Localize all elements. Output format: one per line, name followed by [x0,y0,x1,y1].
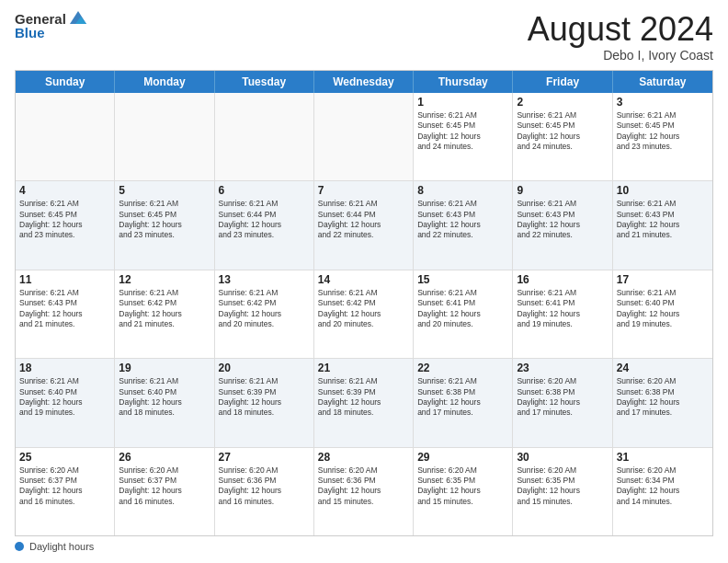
calendar-cell: 30Sunrise: 6:20 AM Sunset: 6:35 PM Dayli… [513,448,612,535]
day-number: 27 [219,451,310,464]
calendar-cell: 12Sunrise: 6:21 AM Sunset: 6:42 PM Dayli… [115,270,214,358]
header: General Blue August 2024 Debo I, Ivory C… [15,11,713,63]
calendar-cell: 27Sunrise: 6:20 AM Sunset: 6:36 PM Dayli… [215,448,314,535]
day-info: Sunrise: 6:21 AM Sunset: 6:40 PM Dayligh… [19,376,110,419]
calendar-cell: 5Sunrise: 6:21 AM Sunset: 6:45 PM Daylig… [115,181,214,269]
day-info: Sunrise: 6:21 AM Sunset: 6:43 PM Dayligh… [417,199,508,241]
day-number: 14 [318,273,409,286]
day-number: 30 [517,451,608,464]
calendar-cell: 9Sunrise: 6:21 AM Sunset: 6:43 PM Daylig… [513,181,612,269]
calendar-cell: 1Sunrise: 6:21 AM Sunset: 6:45 PM Daylig… [414,93,513,180]
day-number: 13 [219,273,310,286]
calendar-cell: 4Sunrise: 6:21 AM Sunset: 6:45 PM Daylig… [16,181,115,269]
day-number: 12 [119,273,210,286]
calendar-cell: 2Sunrise: 6:21 AM Sunset: 6:45 PM Daylig… [513,93,612,180]
day-number: 11 [19,273,110,286]
day-number: 22 [417,362,508,374]
calendar-cell: 28Sunrise: 6:20 AM Sunset: 6:36 PM Dayli… [314,448,414,535]
calendar-cell: 3Sunrise: 6:21 AM Sunset: 6:45 PM Daylig… [613,93,712,180]
calendar-header-cell: Sunday [16,71,115,93]
calendar-header-cell: Saturday [613,71,712,93]
calendar-cell: 11Sunrise: 6:21 AM Sunset: 6:43 PM Dayli… [16,270,115,358]
calendar-week: 4Sunrise: 6:21 AM Sunset: 6:45 PM Daylig… [16,181,712,270]
day-info: Sunrise: 6:20 AM Sunset: 6:37 PM Dayligh… [19,465,110,508]
day-number: 25 [19,451,110,464]
day-number: 6 [219,184,310,197]
day-number: 5 [119,184,210,197]
calendar-cell: 14Sunrise: 6:21 AM Sunset: 6:42 PM Dayli… [314,270,414,358]
calendar-week: 11Sunrise: 6:21 AM Sunset: 6:43 PM Dayli… [16,270,712,359]
footer: Daylight hours [15,541,713,552]
day-info: Sunrise: 6:21 AM Sunset: 6:40 PM Dayligh… [617,288,709,330]
day-info: Sunrise: 6:21 AM Sunset: 6:45 PM Dayligh… [517,110,608,153]
day-info: Sunrise: 6:20 AM Sunset: 6:38 PM Dayligh… [517,376,608,419]
calendar-header-cell: Wednesday [314,71,414,93]
day-info: Sunrise: 6:21 AM Sunset: 6:41 PM Dayligh… [517,288,608,330]
title-month-year: August 2024 [528,11,713,48]
title-block: August 2024 Debo I, Ivory Coast [528,11,713,63]
calendar-cell [16,93,115,180]
day-number: 19 [119,362,210,374]
day-number: 20 [219,362,310,374]
day-number: 24 [617,362,709,374]
footer-dot-icon [15,542,24,551]
calendar-cell: 13Sunrise: 6:21 AM Sunset: 6:42 PM Dayli… [215,270,314,358]
day-number: 26 [119,451,210,464]
calendar-header-cell: Thursday [414,71,513,93]
calendar-cell: 20Sunrise: 6:21 AM Sunset: 6:39 PM Dayli… [215,359,314,446]
calendar-body: 1Sunrise: 6:21 AM Sunset: 6:45 PM Daylig… [16,93,712,535]
calendar-cell: 31Sunrise: 6:20 AM Sunset: 6:34 PM Dayli… [613,448,712,535]
day-info: Sunrise: 6:21 AM Sunset: 6:45 PM Dayligh… [19,199,110,241]
logo-blue-text: Blue [15,26,88,41]
day-info: Sunrise: 6:21 AM Sunset: 6:44 PM Dayligh… [318,199,409,241]
calendar-week: 18Sunrise: 6:21 AM Sunset: 6:40 PM Dayli… [16,359,712,447]
day-number: 2 [517,96,608,109]
calendar-cell: 8Sunrise: 6:21 AM Sunset: 6:43 PM Daylig… [414,181,513,269]
day-number: 17 [617,273,709,286]
calendar-week: 1Sunrise: 6:21 AM Sunset: 6:45 PM Daylig… [16,93,712,181]
day-number: 31 [617,451,709,464]
calendar-cell: 17Sunrise: 6:21 AM Sunset: 6:40 PM Dayli… [613,270,712,358]
day-info: Sunrise: 6:21 AM Sunset: 6:38 PM Dayligh… [417,376,508,419]
day-info: Sunrise: 6:21 AM Sunset: 6:45 PM Dayligh… [119,199,210,241]
calendar-cell: 16Sunrise: 6:21 AM Sunset: 6:41 PM Dayli… [513,270,612,358]
day-info: Sunrise: 6:21 AM Sunset: 6:43 PM Dayligh… [517,199,608,241]
logo-icon [68,7,88,28]
day-info: Sunrise: 6:21 AM Sunset: 6:43 PM Dayligh… [19,288,110,330]
day-number: 28 [318,451,409,464]
calendar-cell [115,93,214,180]
page: General Blue August 2024 Debo I, Ivory C… [0,0,728,563]
calendar-cell: 25Sunrise: 6:20 AM Sunset: 6:37 PM Dayli… [16,448,115,535]
day-info: Sunrise: 6:21 AM Sunset: 6:43 PM Dayligh… [617,199,709,241]
day-number: 4 [19,184,110,197]
day-info: Sunrise: 6:20 AM Sunset: 6:35 PM Dayligh… [417,465,508,508]
day-number: 1 [417,96,508,109]
calendar-cell: 29Sunrise: 6:20 AM Sunset: 6:35 PM Dayli… [414,448,513,535]
calendar-cell [215,93,314,180]
day-info: Sunrise: 6:21 AM Sunset: 6:42 PM Dayligh… [318,288,409,330]
calendar-cell: 7Sunrise: 6:21 AM Sunset: 6:44 PM Daylig… [314,181,414,269]
calendar-cell: 26Sunrise: 6:20 AM Sunset: 6:37 PM Dayli… [115,448,214,535]
day-info: Sunrise: 6:21 AM Sunset: 6:44 PM Dayligh… [219,199,310,241]
day-number: 15 [417,273,508,286]
calendar-cell: 24Sunrise: 6:20 AM Sunset: 6:38 PM Dayli… [613,359,712,446]
day-number: 21 [318,362,409,374]
calendar-header-cell: Tuesday [215,71,314,93]
calendar-cell: 21Sunrise: 6:21 AM Sunset: 6:39 PM Dayli… [314,359,414,446]
footer-label: Daylight hours [29,541,94,552]
day-number: 29 [417,451,508,464]
day-info: Sunrise: 6:20 AM Sunset: 6:37 PM Dayligh… [119,465,210,508]
day-info: Sunrise: 6:20 AM Sunset: 6:38 PM Dayligh… [617,376,709,419]
day-number: 7 [318,184,409,197]
day-info: Sunrise: 6:21 AM Sunset: 6:41 PM Dayligh… [417,288,508,330]
calendar-header-cell: Monday [115,71,214,93]
calendar-cell: 18Sunrise: 6:21 AM Sunset: 6:40 PM Dayli… [16,359,115,446]
day-info: Sunrise: 6:20 AM Sunset: 6:35 PM Dayligh… [517,465,608,508]
day-number: 10 [617,184,709,197]
calendar-cell: 10Sunrise: 6:21 AM Sunset: 6:43 PM Dayli… [613,181,712,269]
calendar-cell: 15Sunrise: 6:21 AM Sunset: 6:41 PM Dayli… [414,270,513,358]
day-number: 9 [517,184,608,197]
day-info: Sunrise: 6:20 AM Sunset: 6:36 PM Dayligh… [318,465,409,508]
calendar-cell: 23Sunrise: 6:20 AM Sunset: 6:38 PM Dayli… [513,359,612,446]
day-number: 8 [417,184,508,197]
